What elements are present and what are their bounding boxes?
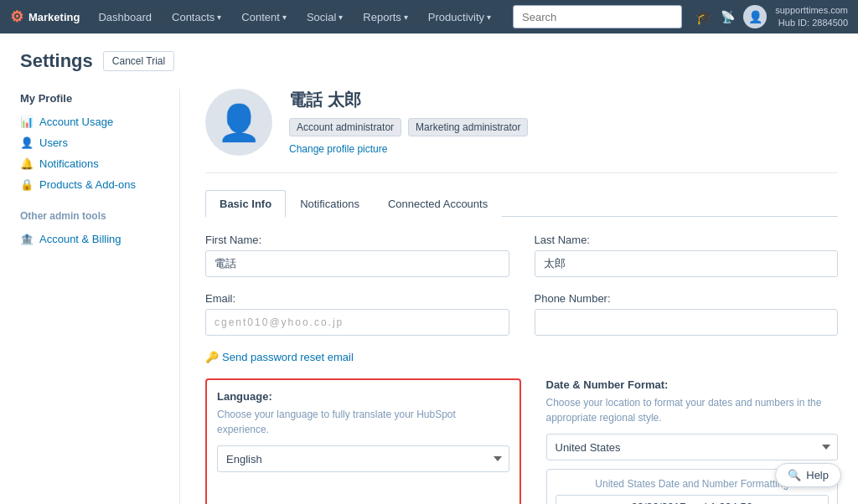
send-password-link[interactable]: 🔑 Send password reset email bbox=[205, 351, 838, 363]
avatar: 👤 bbox=[205, 89, 272, 156]
first-name-input[interactable] bbox=[205, 250, 509, 277]
sidebar-item-account-usage[interactable]: 📊 Account Usage bbox=[20, 111, 163, 132]
language-label: Language: bbox=[217, 390, 509, 403]
account-info: supporttimes.com Hub ID: 2884500 bbox=[775, 4, 848, 30]
language-select[interactable]: English Japanese French German Spanish bbox=[217, 445, 509, 472]
sidebar-other-title: Other admin tools bbox=[20, 210, 163, 222]
help-button[interactable]: 🔍 Help bbox=[775, 463, 841, 487]
date-format-description: Choose your location to format your date… bbox=[546, 395, 839, 425]
tab-basic-info[interactable]: Basic Info bbox=[205, 190, 286, 217]
user-avatar[interactable]: 👤 bbox=[743, 5, 767, 28]
topnav-right: 🎓 📡 👤 supporttimes.com Hub ID: 2884500 bbox=[695, 4, 848, 30]
chevron-down-icon: ▾ bbox=[487, 13, 491, 22]
nav-reports[interactable]: Reports ▾ bbox=[354, 0, 416, 33]
profile-badges: Account administrator Marketing administ… bbox=[289, 118, 528, 136]
chart-icon: 📊 bbox=[20, 116, 34, 128]
sidebar-my-profile-title: My Profile bbox=[20, 92, 163, 105]
language-group: Language: Choose your language to fully … bbox=[205, 378, 521, 504]
lock-icon: 🔒 bbox=[20, 178, 34, 191]
settings-row: Language: Choose your language to fully … bbox=[205, 378, 838, 504]
avatar-icon: 👤 bbox=[217, 102, 261, 143]
first-name-label: First Name: bbox=[205, 234, 509, 246]
page-container: Settings Cancel Trial My Profile 📊 Accou… bbox=[0, 33, 858, 504]
profile-name: 電話 太郎 bbox=[289, 89, 528, 111]
badge-marketing-admin: Marketing administrator bbox=[408, 118, 528, 136]
date-format-preview-value: 02/06/2017 and 1,234.56 bbox=[556, 495, 830, 504]
tabs-bar: Basic Info Notifications Connected Accou… bbox=[205, 190, 838, 217]
brand-logo[interactable]: ⚙ Marketing bbox=[10, 8, 80, 26]
change-picture-link[interactable]: Change profile picture bbox=[289, 143, 528, 155]
date-format-label: Date & Number Format: bbox=[546, 378, 839, 391]
name-row: First Name: Last Name: bbox=[205, 234, 838, 277]
date-format-select[interactable]: United States Japan United Kingdom Franc… bbox=[546, 434, 839, 460]
content-area: 👤 電話 太郎 Account administrator Marketing … bbox=[179, 89, 838, 504]
search-icon: 🔍 bbox=[788, 469, 801, 481]
last-name-label: Last Name: bbox=[535, 234, 839, 246]
phone-label: Phone Number: bbox=[535, 292, 839, 305]
nav-productivity[interactable]: Productivity ▾ bbox=[420, 0, 499, 33]
profile-info: 電話 太郎 Account administrator Marketing ad… bbox=[289, 89, 528, 155]
tab-connected-accounts[interactable]: Connected Accounts bbox=[374, 190, 502, 217]
sidebar-other-section: Other admin tools 🏦 Account & Billing bbox=[20, 210, 163, 249]
first-name-group: First Name: bbox=[205, 234, 509, 277]
brand-name: Marketing bbox=[28, 11, 80, 23]
sidebar: My Profile 📊 Account Usage 👤 Users 🔔 Not… bbox=[20, 89, 179, 504]
nav-contacts[interactable]: Contacts ▾ bbox=[163, 0, 230, 33]
graduation-icon[interactable]: 🎓 bbox=[695, 9, 712, 25]
search-bar[interactable] bbox=[513, 5, 682, 28]
key-icon: 🔑 bbox=[205, 351, 219, 363]
broadcast-icon[interactable]: 📡 bbox=[721, 10, 735, 23]
sidebar-item-account-billing[interactable]: 🏦 Account & Billing bbox=[20, 229, 163, 249]
chevron-down-icon: ▾ bbox=[339, 13, 343, 22]
phone-group: Phone Number: bbox=[535, 292, 839, 336]
nav-content[interactable]: Content ▾ bbox=[233, 0, 295, 33]
bell-icon: 🔔 bbox=[20, 157, 34, 170]
email-phone-row: Email: Phone Number: bbox=[205, 292, 838, 336]
billing-icon: 🏦 bbox=[20, 233, 34, 245]
main-layout: My Profile 📊 Account Usage 👤 Users 🔔 Not… bbox=[20, 89, 838, 504]
last-name-group: Last Name: bbox=[535, 234, 839, 277]
sidebar-item-notifications[interactable]: 🔔 Notifications bbox=[20, 153, 163, 174]
page-title: Settings bbox=[20, 50, 93, 72]
sidebar-item-users[interactable]: 👤 Users bbox=[20, 132, 163, 153]
chevron-down-icon: ▾ bbox=[404, 13, 408, 22]
cancel-trial-button[interactable]: Cancel Trial bbox=[103, 51, 174, 71]
search-input[interactable] bbox=[513, 5, 682, 28]
user-icon: 👤 bbox=[20, 136, 34, 149]
sprocket-icon: ⚙ bbox=[10, 8, 23, 26]
sidebar-item-products-addons[interactable]: 🔒 Products & Add-ons bbox=[20, 174, 163, 195]
nav-dashboard[interactable]: Dashboard bbox=[90, 0, 160, 33]
chevron-down-icon: ▾ bbox=[217, 13, 221, 22]
language-description: Choose your language to fully translate … bbox=[217, 407, 509, 437]
chevron-down-icon: ▾ bbox=[282, 13, 287, 22]
badge-account-admin: Account administrator bbox=[289, 118, 401, 136]
email-label: Email: bbox=[205, 292, 509, 305]
profile-header: 👤 電話 太郎 Account administrator Marketing … bbox=[205, 89, 838, 173]
tab-notifications[interactable]: Notifications bbox=[286, 190, 374, 217]
phone-input[interactable] bbox=[535, 309, 839, 336]
last-name-input[interactable] bbox=[535, 250, 839, 277]
page-header: Settings Cancel Trial bbox=[20, 50, 838, 72]
nav-social[interactable]: Social ▾ bbox=[298, 0, 351, 33]
top-navigation: ⚙ Marketing Dashboard Contacts ▾ Content… bbox=[0, 0, 858, 33]
email-group: Email: bbox=[205, 292, 509, 336]
email-input[interactable] bbox=[205, 309, 509, 336]
help-label: Help bbox=[806, 469, 829, 481]
